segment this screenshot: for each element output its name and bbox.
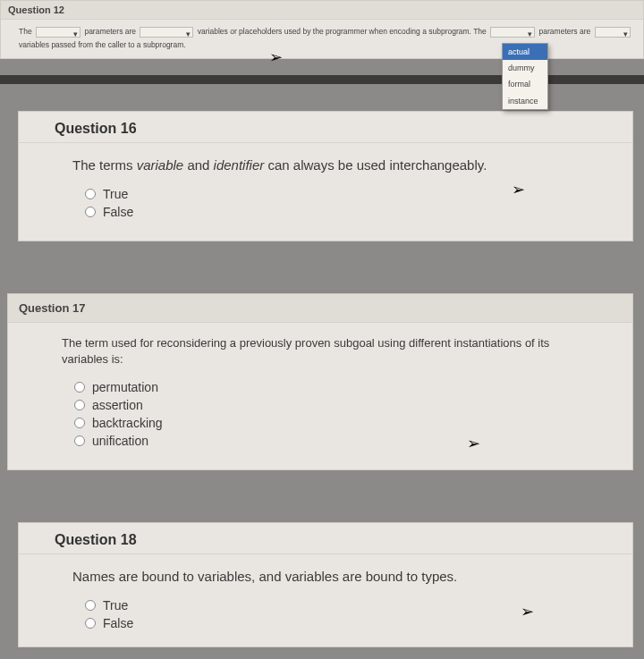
question-12-header: Question 12 xyxy=(1,1,643,20)
question-18-text: Names are bound to variables, and variab… xyxy=(72,567,597,586)
q18-true-label: True xyxy=(103,598,128,613)
q17-option-backtracking[interactable]: backtracking xyxy=(74,416,597,430)
q18-option-false[interactable]: False xyxy=(85,616,597,630)
radio-icon xyxy=(74,400,85,410)
question-17-body: The term used for reconsidering a previo… xyxy=(8,323,632,469)
q12-text-1: The xyxy=(19,27,32,36)
question-17-text: The term used for reconsidering a previo… xyxy=(62,335,597,368)
q18-option-true[interactable]: True xyxy=(85,598,597,613)
question-16-block: Question 16 The terms variable and ident… xyxy=(18,111,633,241)
q12-select-4[interactable] xyxy=(595,27,631,38)
question-18-header: Question 18 xyxy=(19,523,632,554)
q16-true-label: True xyxy=(103,187,128,201)
q17-opt-c-label: backtracking xyxy=(92,416,163,430)
q16-false-label: False xyxy=(103,205,133,219)
radio-icon xyxy=(85,618,96,629)
q17-opt-a-label: permutation xyxy=(92,380,158,394)
question-16-text: The terms variable and identifier can al… xyxy=(72,156,597,174)
radio-icon xyxy=(85,207,96,217)
radio-icon xyxy=(85,189,96,199)
question-17-header: Question 17 xyxy=(8,294,632,323)
question-18-block: Question 18 Names are bound to variables… xyxy=(18,522,633,647)
radio-icon xyxy=(74,382,85,393)
radio-icon xyxy=(74,418,85,428)
q12-text-2: parameters are xyxy=(84,27,136,36)
question-12-body: The parameters are variables or placehol… xyxy=(1,20,643,58)
question-16-body: The terms variable and identifier can al… xyxy=(19,143,632,241)
radio-icon xyxy=(85,600,96,611)
q12-text-4: parameters are xyxy=(539,27,591,36)
q16-option-true[interactable]: True xyxy=(85,187,597,201)
q12-text-5: variables passed from the caller to a su… xyxy=(19,40,186,49)
q12-select-3[interactable] xyxy=(490,27,535,38)
question-12-block: Question 12 The parameters are variables… xyxy=(0,0,644,59)
q17-opt-b-label: assertion xyxy=(92,398,143,412)
q17-opt-d-label: unification xyxy=(92,434,148,448)
cursor-icon: ➢ xyxy=(269,43,283,72)
q17-option-permutation[interactable]: permutation xyxy=(74,380,597,394)
q12-select-1[interactable] xyxy=(36,27,80,38)
q17-option-unification[interactable]: unification xyxy=(74,434,597,448)
question-16-header: Question 16 xyxy=(19,112,632,143)
dropdown-option-actual[interactable]: actual xyxy=(503,44,547,60)
question-17-block: Question 17 The term used for reconsider… xyxy=(7,293,633,470)
question-18-body: Names are bound to variables, and variab… xyxy=(19,554,632,646)
radio-icon xyxy=(74,435,85,446)
q17-option-assertion[interactable]: assertion xyxy=(74,398,597,412)
dropdown-option-instance[interactable]: instance xyxy=(503,93,547,109)
q12-text-3: variables or placeholders used by the pr… xyxy=(198,27,487,36)
q12-dropdown-open[interactable]: actual dummy formal instance xyxy=(502,43,548,110)
q16-option-false[interactable]: False xyxy=(85,205,597,219)
dropdown-option-formal[interactable]: formal xyxy=(503,76,547,92)
q12-select-2[interactable] xyxy=(140,27,193,38)
q18-false-label: False xyxy=(103,616,133,630)
dropdown-option-dummy[interactable]: dummy xyxy=(503,60,547,76)
